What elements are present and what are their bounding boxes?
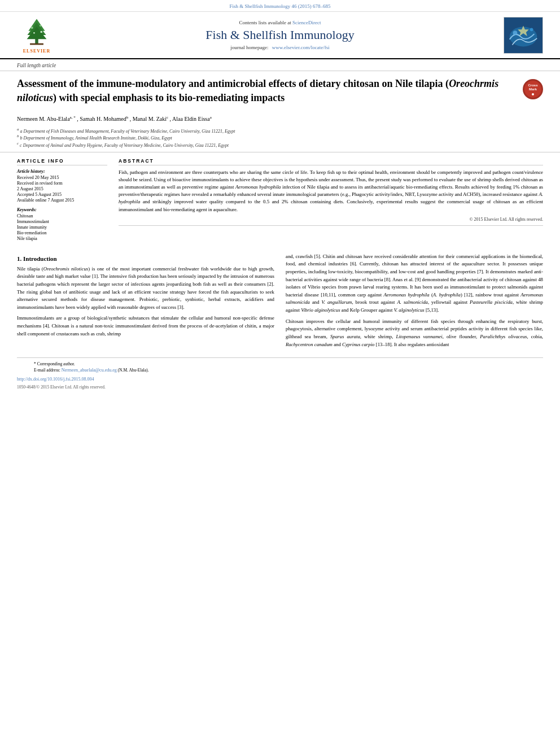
received-date: Received 20 May 2015	[17, 175, 107, 180]
keyword-1: Chitosan	[17, 213, 107, 219]
abstract-title: ABSTRACT	[119, 158, 543, 165]
article-info-abstract-area: ARTICLE INFO Article history: Received 2…	[0, 152, 560, 247]
revised-label: Received in revised form	[17, 181, 107, 186]
keyword-2: Immunostimulant	[17, 219, 107, 224]
svg-point-11	[513, 30, 518, 35]
intro-para2: Immunostimulants are a group of biologic…	[17, 314, 274, 338]
history-label: Article history:	[17, 169, 107, 174]
history-block: Article history: Received 20 May 2015 Re…	[17, 169, 107, 203]
svg-point-5	[31, 27, 33, 29]
cover-graphic	[504, 17, 542, 54]
footnotes-section: * Corresponding author. E-mail address: …	[17, 357, 543, 375]
article-title-text: Assessment of the immune-modulatory and …	[17, 77, 517, 110]
journal-info-bar: Fish & Shellfish Immunology 46 (2015) 67…	[0, 0, 560, 12]
affiliation-c: c c Department of Animal and Poultry Hyg…	[17, 141, 543, 148]
article-type-label: Full length article	[0, 59, 560, 71]
revised-date: 2 August 2015	[17, 186, 107, 191]
affiliation-b: b b Department of Immunology, Animal Hea…	[17, 134, 543, 141]
crossmark-area: Cross Mark	[523, 79, 543, 99]
available-date: Available online 7 August 2015	[17, 198, 107, 203]
journal-header: ELSEVIER Contents lists available at Sci…	[0, 12, 560, 59]
journal-title-area: Contents lists available at ScienceDirec…	[62, 20, 498, 50]
svg-point-7	[33, 32, 35, 34]
journal-cover-image	[504, 17, 543, 54]
journal-title: Fish & Shellfish Immunology	[68, 28, 492, 42]
main-body-area: 1. Introduction Nile tilapia (Oreochromi…	[0, 247, 560, 358]
abstract-text: Fish, pathogen and environment are three…	[119, 169, 543, 213]
homepage-url[interactable]: www.elsevier.com/locate/fsi	[272, 45, 330, 50]
svg-point-16	[532, 93, 534, 95]
svg-text:Mark: Mark	[529, 88, 537, 91]
corresponding-author-note: * Corresponding author.	[34, 361, 526, 366]
doi-line: http://dx.doi.org/10.1016/j.fsi.2015.08.…	[0, 375, 560, 383]
email-link[interactable]: Nermeen_abuelala@cu.edu.eg	[62, 368, 117, 373]
article-main-title: Assessment of the immune-modulatory and …	[17, 77, 517, 105]
keywords-block: Keywords: Chitosan Immunostimulant Innat…	[17, 207, 107, 241]
journal-homepage-line: journal homepage: www.elsevier.com/locat…	[68, 45, 492, 50]
body-left-col: 1. Introduction Nile tilapia (Oreochromi…	[17, 253, 274, 352]
journal-citation: Fish & Shellfish Immunology 46 (2015) 67…	[229, 3, 330, 9]
authors-line: Nermeen M. Abu-Elalaa, * , Samah H. Moha…	[0, 115, 560, 124]
abstract-col: ABSTRACT Fish, pathogen and environment …	[119, 158, 543, 242]
issn-line: 1050-4648/© 2015 Elsevier Ltd. All right…	[0, 383, 560, 391]
email-note: E-mail address: Nermeen_abuelala@cu.edu.…	[34, 368, 526, 373]
keyword-5: Nile tilapia	[17, 236, 107, 241]
article-info-col: ARTICLE INFO Article history: Received 2…	[17, 158, 107, 242]
intro-para-right1: and, crawfish [5]. Chitin and chitosan h…	[286, 253, 543, 314]
journal-cover-area	[498, 17, 549, 54]
affiliation-a: a a Department of Fish Diseases and Mana…	[17, 127, 543, 134]
svg-point-8	[40, 31, 42, 33]
intro-para1: Nile tilapia (Oreochromis niloticus) is …	[17, 265, 274, 312]
body-right-col: and, crawfish [5]. Chitin and chitosan h…	[286, 253, 543, 352]
keyword-3: Innate immunity	[17, 225, 107, 230]
crossmark-badge: Cross Mark	[523, 79, 543, 99]
svg-point-12	[530, 28, 533, 31]
introduction-heading: 1. Introduction	[17, 255, 274, 262]
sciencedirect-link[interactable]: ScienceDirect	[292, 20, 321, 25]
svg-rect-1	[30, 43, 43, 45]
intro-para-right2: Chitosan improves the cellular and humor…	[286, 318, 543, 349]
contents-line: Contents lists available at ScienceDirec…	[68, 20, 492, 25]
doi-link[interactable]: http://dx.doi.org/10.1016/j.fsi.2015.08.…	[17, 377, 94, 382]
keywords-label: Keywords:	[17, 207, 107, 212]
elsevier-brand-text: ELSEVIER	[23, 49, 50, 54]
elsevier-tree-icon	[19, 16, 54, 47]
article-info-title: ARTICLE INFO	[17, 158, 107, 165]
elsevier-logo-area: ELSEVIER	[11, 16, 62, 54]
article-title-area: Assessment of the immune-modulatory and …	[0, 71, 560, 115]
svg-point-6	[40, 25, 41, 27]
affiliations-block: a a Department of Fish Diseases and Mana…	[0, 125, 560, 152]
svg-text:Cross: Cross	[528, 84, 538, 87]
keyword-4: Bio-remediation	[17, 230, 107, 235]
accepted-date: Accepted 5 August 2015	[17, 192, 107, 197]
copyright-line: © 2015 Elsevier Ltd. All rights reserved…	[119, 217, 543, 226]
